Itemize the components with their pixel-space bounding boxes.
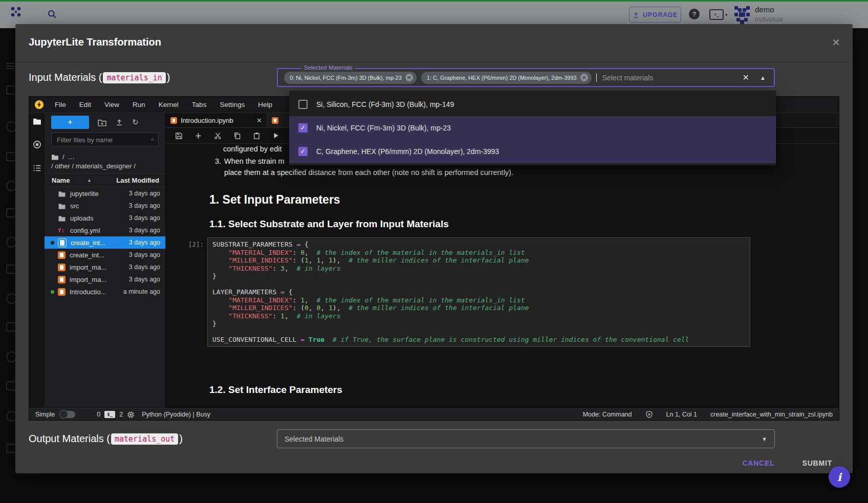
menu-run[interactable]: Run xyxy=(126,101,152,108)
add-cell-icon[interactable] xyxy=(194,132,202,140)
menu-kernel[interactable]: Kernel xyxy=(152,101,185,108)
material-chip[interactable]: 0: Ni, Nickel, FCC (Fm-3m) 3D (Bulk), mp… xyxy=(284,72,417,84)
kernel-status[interactable]: Python (Pyodide) | Busy xyxy=(142,411,210,418)
kernel-chip-icon xyxy=(127,411,135,419)
checkbox-unchecked-icon[interactable] xyxy=(298,100,308,109)
header-divider xyxy=(15,62,853,62)
upgrade-button[interactable]: UPGRADE xyxy=(629,7,681,23)
file-browser-icon[interactable] xyxy=(33,117,41,125)
file-list: jupyterlite 3 days ago src 3 days ago up… xyxy=(45,187,165,408)
chip-delete-icon[interactable]: ✕ xyxy=(580,74,588,81)
help-icon[interactable]: ? xyxy=(689,9,700,19)
selected-materials-multiselect[interactable]: Selected Materials 0: Ni, Nickel, FCC (F… xyxy=(277,68,775,87)
cancel-button[interactable]: CANCEL xyxy=(738,456,778,470)
output-materials-select[interactable]: Selected Materials ▼ xyxy=(277,429,775,448)
kernels-count: 2 xyxy=(119,411,123,418)
new-folder-icon[interactable] xyxy=(98,119,106,126)
new-launcher-button[interactable]: + xyxy=(51,116,89,129)
material-chip[interactable]: 1: C, Graphene, HEX (P6/mmm) 2D (Monolay… xyxy=(421,72,592,84)
menu-settings[interactable]: Settings xyxy=(213,101,251,108)
dropdown-option-si[interactable]: Si, Silicon, FCC (Fd-3m) 3D (Bulk), mp-1… xyxy=(289,93,776,116)
tab-introduction-notebook[interactable]: Introduction.ipynb ✕ xyxy=(166,113,267,127)
close-icon[interactable]: ✕ xyxy=(832,36,840,49)
markdown-fragment: configured by edit xyxy=(223,145,281,153)
menu-edit[interactable]: Edit xyxy=(73,101,98,108)
home-folder-icon[interactable] xyxy=(51,154,59,160)
notebook-file-icon xyxy=(58,238,67,247)
simple-mode-toggle[interactable] xyxy=(60,411,75,418)
editor-mode[interactable]: Mode: Command xyxy=(583,411,632,418)
cursor-position[interactable]: Ln 1, Col 1 xyxy=(666,411,697,418)
user-name[interactable]: demo xyxy=(755,5,774,14)
file-row[interactable]: import_ma... 3 days ago xyxy=(45,261,165,273)
run-icon[interactable] xyxy=(272,132,279,139)
refresh-icon[interactable]: ↻ xyxy=(132,118,139,127)
breadcrumb-ellipsis[interactable]: … xyxy=(68,153,75,161)
save-icon[interactable] xyxy=(175,132,183,140)
code-editor[interactable]: SUBSTRATE_PARAMETERS = { "MATERIAL_INDEX… xyxy=(212,240,745,344)
info-fab-button[interactable]: i xyxy=(829,466,850,488)
app-logo-icon[interactable] xyxy=(10,6,21,17)
chip-delete-icon[interactable]: ✕ xyxy=(405,74,413,81)
file-modified: 3 days ago xyxy=(129,214,160,222)
file-list-header[interactable]: Name ▲ Last Modified xyxy=(45,173,165,187)
screen: UPGRADE ? >_ ▾ demo Individual xyxy=(0,0,868,503)
collapse-caret-icon[interactable]: ▲ xyxy=(760,75,766,81)
code-cell[interactable]: SUBSTRATE_PARAMETERS = { "MATERIAL_INDEX… xyxy=(207,237,750,347)
breadcrumb-path[interactable]: / other / materials_designer / xyxy=(45,161,165,173)
file-modified: a minute ago xyxy=(123,288,160,295)
file-row[interactable]: import_ma... 3 days ago xyxy=(45,273,165,286)
clear-selection-icon[interactable]: ✕ xyxy=(743,73,749,82)
menu-help[interactable]: Help xyxy=(251,101,279,108)
notebook-content[interactable]: configured by edit 3. When the strain m … xyxy=(166,144,839,408)
notebook-tab-icon xyxy=(272,117,278,124)
option-label: Ni, Nickel, FCC (Fm-3m) 3D (Bulk), mp-23 xyxy=(316,124,451,132)
yaml-file-icon: Y: xyxy=(58,227,66,234)
text-cursor xyxy=(596,73,597,82)
active-filename: create_interface_with_min_strain_zsl.ipy… xyxy=(710,411,833,418)
sort-asc-icon: ▲ xyxy=(87,178,91,183)
select-materials-input[interactable] xyxy=(601,73,716,82)
column-name[interactable]: Name xyxy=(52,177,70,184)
folder-icon xyxy=(58,190,66,197)
console-menu-button[interactable]: >_ ▾ xyxy=(709,9,728,20)
filter-files-input[interactable] xyxy=(56,136,148,144)
copy-icon[interactable] xyxy=(233,132,241,140)
notebook-file-icon xyxy=(58,288,66,296)
menu-tabs[interactable]: Tabs xyxy=(185,101,213,108)
search-icon[interactable] xyxy=(47,9,57,19)
file-row[interactable]: uploads 3 days ago xyxy=(45,212,165,224)
file-row[interactable]: Y: config.yml 3 days ago xyxy=(45,224,165,236)
breadcrumb-root[interactable]: / xyxy=(62,153,64,161)
upload-icon[interactable] xyxy=(115,118,123,126)
paste-icon[interactable] xyxy=(253,132,261,140)
avatar[interactable] xyxy=(732,4,752,26)
file-row[interactable]: Introductio... a minute ago xyxy=(45,286,165,298)
table-of-contents-icon[interactable] xyxy=(33,164,41,172)
kernel-dot-icon xyxy=(51,241,54,245)
file-row-selected[interactable]: create_int... 3 days ago xyxy=(45,236,165,249)
file-row[interactable]: jupyterlite 3 days ago xyxy=(45,187,165,200)
file-row[interactable]: create_int... 3 days ago xyxy=(45,249,165,261)
menu-view[interactable]: View xyxy=(98,101,126,108)
simple-mode-label: Simple xyxy=(35,411,55,418)
dropdown-option-graphene[interactable]: ✓ C, Graphene, HEX (P6/mmm) 2D (Monolaye… xyxy=(289,140,776,163)
file-browser-toolbar: + ↻ xyxy=(45,113,165,132)
submit-button[interactable]: SUBMIT xyxy=(798,456,836,470)
chip-label: 1: C, Graphene, HEX (P6/mmm) 2D (Monolay… xyxy=(427,75,577,81)
input-label-text: Input Materials ( xyxy=(29,72,102,83)
tab-close-icon[interactable]: ✕ xyxy=(256,117,262,124)
file-name: import_ma... xyxy=(70,264,106,271)
file-row[interactable]: src 3 days ago xyxy=(45,200,165,212)
column-last-modified[interactable]: Last Modified xyxy=(116,177,160,184)
cut-icon[interactable] xyxy=(214,132,222,140)
running-kernels-icon[interactable] xyxy=(33,140,41,149)
checkbox-checked-icon[interactable]: ✓ xyxy=(298,123,308,133)
notebook-file-icon xyxy=(58,251,66,259)
file-modified: 3 days ago xyxy=(129,251,160,258)
option-label: Si, Silicon, FCC (Fd-3m) 3D (Bulk), mp-1… xyxy=(316,100,454,108)
menu-file[interactable]: File xyxy=(48,101,73,108)
checkbox-checked-icon[interactable]: ✓ xyxy=(298,147,308,156)
file-filter-box[interactable] xyxy=(51,133,159,147)
dropdown-option-ni[interactable]: ✓ Ni, Nickel, FCC (Fm-3m) 3D (Bulk), mp-… xyxy=(289,116,776,140)
